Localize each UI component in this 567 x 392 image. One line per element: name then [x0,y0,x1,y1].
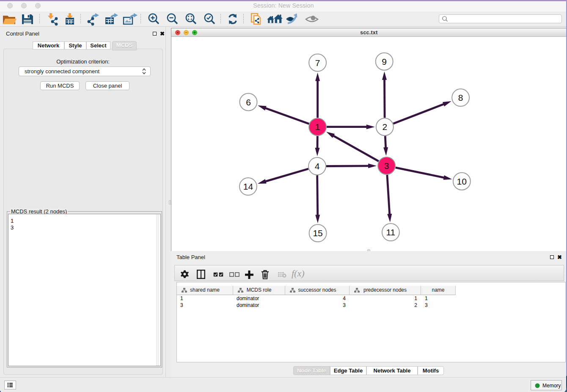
svg-text:1: 1 [315,122,320,132]
svg-text:15: 15 [313,228,322,238]
svg-text:10: 10 [457,177,467,186]
svg-text:11: 11 [386,227,395,237]
svg-text:3: 3 [384,161,389,171]
svg-text:6: 6 [246,97,251,107]
svg-text:2: 2 [382,122,387,132]
svg-text:9: 9 [382,57,387,66]
svg-text:14: 14 [243,182,253,191]
svg-text:7: 7 [315,58,320,68]
svg-text:8: 8 [458,93,463,102]
svg-text:4: 4 [315,161,320,171]
